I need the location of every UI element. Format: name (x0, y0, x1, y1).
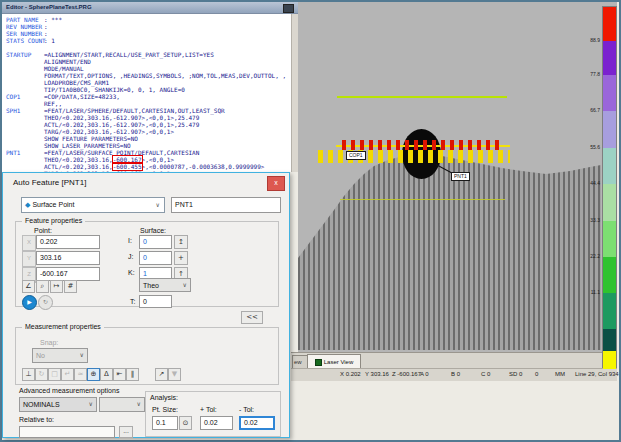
offset-point-icon[interactable]: ↦ (50, 280, 63, 293)
code-label: COP1 (6, 93, 44, 100)
collapse-button[interactable]: << (241, 311, 263, 324)
code-text: =FEAT/LASER/SURFACE POINT/DEFAULT,CARTES… (44, 149, 199, 156)
close-icon[interactable]: x (267, 176, 285, 191)
point-z-input[interactable]: -600.167 (36, 267, 100, 281)
colorbar-segment (603, 351, 616, 369)
colorbar-segment (603, 329, 616, 351)
code-text: TARG/<0.202,303.16,-612.907>,<0,0,1> (44, 128, 174, 135)
probe-mode-icon[interactable]: ⊥ (22, 368, 35, 381)
code-label: STARTUP (6, 51, 44, 58)
plus-tol-label: + Tol: (200, 406, 217, 413)
red-deviation-band (342, 140, 504, 150)
reset-button[interactable]: ↻ (38, 295, 53, 310)
minus-tol-label: - Tol: (239, 406, 254, 413)
test-point-button[interactable]: ▶ (22, 295, 37, 310)
plus-tol-input[interactable]: 0.02 (200, 416, 233, 430)
nominals-dropdown[interactable]: NOMINALS∨ (19, 397, 97, 412)
edit-window-titlebar[interactable]: Editor - SpherePlaneTest.PRG (2, 2, 298, 14)
code-label: PART NAME (6, 16, 44, 23)
browse-button[interactable]: ... (119, 426, 133, 438)
t-label: T: (130, 298, 135, 305)
surface-i-label: I: (128, 237, 132, 244)
status-field: Y 303.16 (365, 371, 389, 377)
status-field: SD 0 (509, 371, 522, 377)
code-line: SHOW FEATURE PARAMETERS=NO (2, 135, 292, 142)
t-input[interactable]: 0 (139, 295, 172, 308)
snap-dropdown[interactable]: No∨ (32, 348, 88, 363)
code-line: FORMAT/TEXT,OPTIONS, ,HEADINGS,SYMBOLS, … (2, 72, 292, 79)
pt-size-input[interactable]: 0.1 (152, 416, 178, 430)
spacing-icon[interactable]: ‖ (126, 368, 139, 381)
sphere-up-icon[interactable]: ↥ (174, 235, 188, 249)
status-field: 0 (535, 371, 538, 377)
code-text: : 1 (44, 37, 55, 44)
relative-to-input[interactable] (19, 426, 115, 438)
snap-label: Snap: (40, 339, 58, 346)
chevron-down-icon: ∨ (137, 398, 141, 411)
wave-scan-icon[interactable]: ≈ (74, 368, 87, 381)
code-line: PNT1=FEAT/LASER/SURFACE POINT/DEFAULT,CA… (2, 149, 292, 156)
box-select-icon[interactable]: □ (48, 368, 61, 381)
cross-move-icon[interactable]: + (174, 251, 188, 265)
code-line: ACTL/<0.202,303.16,-600.455>,<0.0000787,… (2, 163, 292, 170)
relative-to-label: Relative to: (19, 416, 54, 423)
code-text: ALIGNMENT/END (44, 58, 91, 65)
colorbar-segment (603, 293, 616, 329)
point-label: Point: (34, 227, 52, 234)
return-path-icon[interactable]: ↵ (61, 368, 74, 381)
rotate-icon[interactable]: ↻ (35, 368, 48, 381)
code-line: REV NUMBER: (2, 23, 292, 30)
surface-i-input[interactable]: 0 (139, 235, 172, 249)
status-field: MM (555, 371, 565, 377)
code-text: TIP/T1A0B0C0, SHANKIJK=0, 0, 1, ANGLE=0 (44, 86, 185, 93)
find-icon[interactable]: ⌕ (36, 280, 49, 293)
minus-tol-input[interactable]: 0.02 (239, 416, 275, 430)
magnifier-icon[interactable]: ⊙ (179, 416, 192, 430)
colorbar-segment (603, 184, 616, 221)
code-line: STATS COUNT: 1 (2, 37, 292, 44)
code-label: REV NUMBER (6, 23, 44, 30)
code-line: THEO/<0.202,303.16,-612.907>,<0,0,1>,25.… (2, 114, 292, 121)
surface-k-label: K: (128, 269, 135, 276)
axis-button-y[interactable]: Y (22, 251, 36, 267)
surface-j-input[interactable]: 0 (139, 251, 172, 265)
secondary-dropdown[interactable]: ∨ (99, 397, 145, 412)
code-line (2, 44, 292, 51)
code-area[interactable]: PART NAME: ***REV NUMBER:SER NUMBER:STAT… (2, 14, 292, 172)
colorbar-tick-label: 55.6 (585, 145, 600, 150)
feature-type-dropdown[interactable]: ◆Surface Point ∨ (21, 197, 165, 213)
status-field: C 0 (481, 371, 490, 377)
target-point-icon[interactable]: ⊕ (87, 368, 100, 381)
axis-button-x[interactable]: X (22, 235, 36, 251)
laser-view-pane[interactable]: COP1 PNT1 (298, 2, 617, 352)
analysis-label: Analysis: (150, 394, 178, 401)
theo-dropdown[interactable]: Theo∨ (139, 278, 191, 292)
point-x-input[interactable]: 0.202 (36, 235, 100, 249)
code-text: =ALIGNMENT/START,RECALL/USE_PART_SETUP,L… (44, 51, 214, 58)
surface-point-icon: ◆ (25, 201, 30, 209)
code-line: MODE/MANUAL (2, 65, 292, 72)
feature-name-input[interactable]: PNT1 (171, 197, 281, 213)
filter-icon[interactable]: ▼ (168, 368, 181, 381)
surface-j-label: J: (128, 253, 133, 260)
colorbar-tick-label: 88.9 (585, 38, 600, 43)
upper-scan-line (337, 96, 507, 98)
code-text: THEO/<0.202,303.16,-612.907>,<0,0,1>,25.… (44, 114, 199, 121)
pin-offset-icon[interactable]: ⇤ (113, 368, 126, 381)
point-y-input[interactable]: 303.16 (36, 251, 100, 265)
code-text: ACTL/<0.202,303.16, (44, 163, 113, 170)
level-icon[interactable]: Δ (100, 368, 113, 381)
status-field: A 0 (420, 371, 429, 377)
window-menu-button[interactable] (283, 4, 294, 13)
code-line: TARG/<0.202,303.16,-612.907>,<0,0,1> (2, 128, 292, 135)
advanced-options-label: Advanced measurement options (19, 387, 119, 394)
code-line: COP1=COP/DATA,SIZE=48233, (2, 93, 292, 100)
editor-scrollbar[interactable] (291, 14, 298, 172)
code-line: LOADPROBE/CMS_ARM1 (2, 79, 292, 86)
pt-size-label: Pt. Size: (152, 406, 178, 413)
code-line: PART NAME: *** (2, 16, 292, 23)
axis-angle-icon[interactable]: ∠ (22, 280, 35, 293)
grid-icon[interactable]: # (64, 280, 77, 293)
point-path-icon[interactable]: ↗ (155, 368, 168, 381)
code-label: STATS COUNT (6, 37, 44, 44)
